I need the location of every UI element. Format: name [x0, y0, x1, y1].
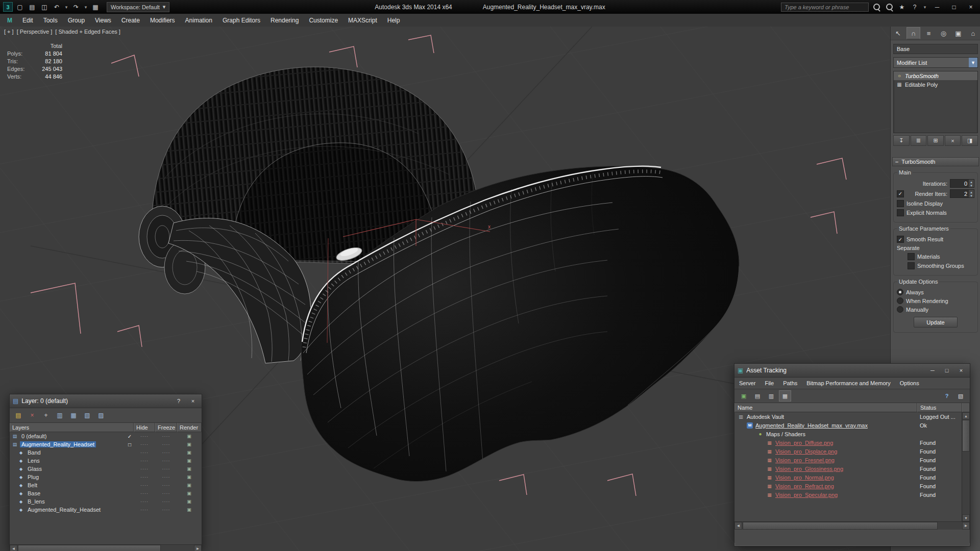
render-toggle[interactable]: ▣ — [177, 491, 202, 496]
scroll-up-icon[interactable]: ▲ — [962, 412, 970, 419]
asset-row[interactable]: ▦Vision_pro_Fresnel.png Found — [734, 456, 970, 464]
freeze-toggle[interactable]: ···· — [155, 466, 177, 471]
column-freeze[interactable]: Freeze — [155, 423, 177, 432]
save-file-icon[interactable]: ◫ — [39, 3, 50, 12]
iterations-spinner[interactable]: 0 ▴▾ — [950, 179, 974, 188]
freeze-toggle[interactable]: ···· — [155, 474, 177, 480]
layer-dialog-titlebar[interactable]: ▤ Layer: 0 (default) ? × — [10, 394, 202, 408]
menu-help[interactable]: Help — [382, 14, 405, 27]
redo-dropdown-icon[interactable]: ▾ — [83, 3, 88, 12]
tab-motion[interactable]: ◎ — [937, 28, 950, 39]
layer-object-row[interactable]: ◆Base ···· ···· ▣ — [10, 489, 202, 497]
scroll-down-icon[interactable]: ▼ — [962, 514, 970, 521]
modifier-list-dropdown[interactable]: Modifier List ▼ — [893, 57, 978, 68]
render-iters-checkbox[interactable]: ✓ — [897, 190, 904, 197]
freeze-toggle[interactable]: ···· — [155, 499, 177, 504]
menu-animation[interactable]: Animation — [180, 14, 217, 27]
stack-item-editable-poly[interactable]: ▦ Editable Poly — [894, 80, 977, 89]
render-toggle[interactable]: ▣ — [177, 466, 202, 471]
asset-row[interactable]: MAugmented_Reality_Headset_max_vray.max … — [734, 421, 970, 430]
freeze-toggle[interactable]: ···· — [155, 507, 177, 512]
asset-row[interactable]: ▦Vision_pro_Refract.png Found — [734, 482, 970, 490]
pin-stack-button[interactable]: ↧ — [893, 135, 910, 146]
hide-toggle[interactable]: ···· — [134, 483, 155, 488]
close-icon[interactable]: × — [187, 396, 199, 406]
tab-display[interactable]: ▣ — [952, 28, 965, 39]
render-toggle[interactable]: ▣ — [177, 442, 202, 447]
highlight-layer-button[interactable]: ▧ — [81, 410, 93, 421]
menu-views[interactable]: Views — [90, 14, 116, 27]
render-iters-spinner[interactable]: 2 ▴▾ — [950, 189, 974, 198]
new-file-icon[interactable]: ▢ — [15, 3, 25, 12]
undo-icon[interactable]: ↶ — [52, 3, 62, 12]
maximize-icon[interactable]: □ — [941, 366, 952, 375]
select-layer-button[interactable]: ▥ — [54, 410, 66, 421]
rollout-header[interactable]: – TurboSmooth — [892, 157, 979, 166]
render-toggle[interactable]: ▣ — [177, 474, 202, 480]
menu-file[interactable]: File — [760, 378, 778, 389]
hide-toggle[interactable]: ···· — [134, 458, 155, 463]
freeze-toggle[interactable]: ···· — [155, 483, 177, 488]
refresh-button[interactable]: ▣ — [738, 390, 750, 402]
search-icon[interactable] — [871, 3, 881, 12]
freeze-toggle[interactable]: ···· — [155, 450, 177, 455]
spinner-arrows-icon[interactable]: ▴▾ — [969, 180, 974, 187]
app-logo-icon[interactable]: 3 — [3, 2, 13, 12]
workspace-dropdown[interactable]: Workspace: Default ▾ — [107, 2, 169, 12]
isoline-display-checkbox[interactable]: ✓ — [897, 200, 904, 207]
viewport-menu-shading[interactable]: [ Shaded + Edged Faces ] — [55, 29, 120, 35]
column-layers[interactable]: Layers — [10, 423, 134, 432]
close-icon[interactable]: × — [955, 366, 967, 375]
tab-create[interactable]: ↖ — [892, 28, 904, 39]
advanced-search-icon[interactable] — [884, 3, 894, 12]
viewport-menu-view[interactable]: [ Perspective ] — [17, 29, 53, 35]
stack-item-turbosmooth[interactable]: ○ TurboSmooth — [894, 71, 977, 80]
menu-group[interactable]: Group — [63, 14, 90, 27]
freeze-toggle[interactable]: ···· — [155, 491, 177, 496]
layer-object-row[interactable]: ◆Glass ···· ···· ▣ — [10, 465, 202, 473]
render-toggle[interactable]: ▣ — [177, 434, 202, 439]
remove-modifier-button[interactable]: × — [945, 135, 961, 146]
layer-object-row[interactable]: ◆Augmented_Reality_Headset ···· ···· ▣ — [10, 506, 202, 514]
menu-customize[interactable]: Customize — [304, 14, 343, 27]
always-radio[interactable] — [897, 289, 903, 295]
hide-toggle[interactable]: ···· — [134, 499, 155, 504]
freeze-toggle[interactable]: ···· — [155, 434, 177, 439]
close-button[interactable]: × — [964, 2, 978, 12]
table-view-button[interactable]: ▦ — [779, 390, 791, 402]
detail-view-button[interactable]: ▥ — [765, 390, 777, 402]
lightbulb-icon[interactable]: ○ — [896, 73, 902, 79]
asset-row[interactable]: ●Maps / Shaders — [734, 430, 970, 438]
layer-horizontal-scrollbar[interactable]: ◄ ► — [10, 544, 202, 551]
layer-row[interactable]: ▤0 (default)✓ ···· ···· ▣ — [10, 432, 202, 440]
smooth-result-checkbox[interactable]: ✓ — [897, 236, 904, 243]
asset-horizontal-scrollbar[interactable]: ◄ ► — [734, 521, 970, 530]
hide-toggle[interactable]: ···· — [134, 491, 155, 496]
asset-row[interactable]: ▦Vision_pro_Normal.png Found — [734, 473, 970, 482]
help-icon[interactable]: ? — [173, 396, 184, 406]
tab-utilities[interactable]: ⌂ — [967, 28, 979, 39]
column-hide[interactable]: Hide — [134, 423, 155, 432]
asset-tracking-titlebar[interactable]: ▣ Asset Tracking ─ □ × — [734, 364, 970, 378]
menu-maxscript[interactable]: MAXScript — [343, 14, 382, 27]
favorites-star-icon[interactable]: ★ — [897, 3, 907, 12]
menu-graph-editors[interactable]: Graph Editors — [217, 14, 265, 27]
hide-toggle[interactable]: ···· — [134, 442, 155, 447]
scrollbar-thumb[interactable] — [743, 522, 938, 530]
help-icon[interactable]: ? — [941, 390, 953, 402]
hide-layer-button[interactable]: ▨ — [95, 410, 107, 421]
layer-object-row[interactable]: ◆Plug ···· ···· ▣ — [10, 473, 202, 481]
when-rendering-radio[interactable] — [897, 297, 903, 304]
set-current-layer-button[interactable]: ▦ — [67, 410, 80, 421]
tab-hierarchy[interactable]: ≡ — [922, 28, 935, 39]
menu-server[interactable]: Server — [734, 378, 760, 389]
scrollbar-thumb[interactable] — [18, 545, 161, 551]
menu-modifiers[interactable]: Modifiers — [145, 14, 180, 27]
layer-row[interactable]: ▤Augmented_Reality_Headset□ ···· ···· ▣ — [10, 440, 202, 448]
new-layer-button[interactable]: ▤ — [12, 410, 24, 421]
undo-dropdown-icon[interactable]: ▾ — [64, 3, 69, 12]
hide-toggle[interactable]: ···· — [134, 474, 155, 480]
minimize-button[interactable]: ─ — [930, 2, 944, 12]
column-name[interactable]: Name — [734, 403, 917, 412]
layer-object-row[interactable]: ◆B_lens ···· ···· ▣ — [10, 497, 202, 506]
